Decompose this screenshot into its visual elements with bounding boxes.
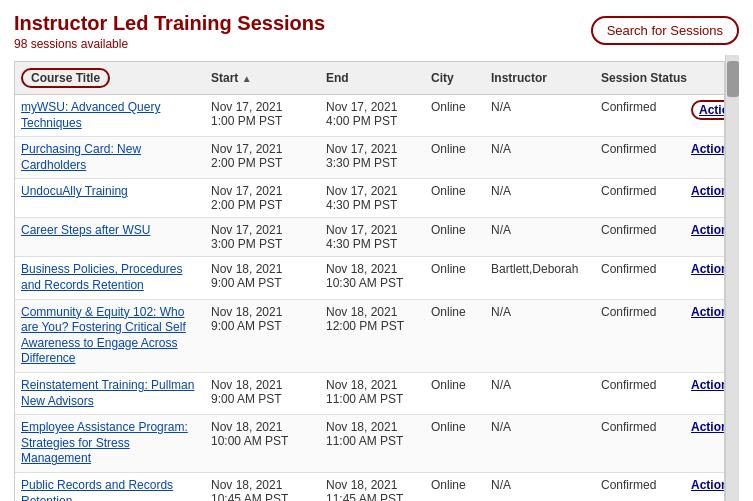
cell-start: Nov 18, 20219:00 AM PST bbox=[205, 372, 320, 414]
cell-start: Nov 18, 202110:45 AM PST bbox=[205, 472, 320, 501]
cell-actions: Actions bbox=[685, 218, 725, 257]
cell-start: Nov 18, 20219:00 AM PST bbox=[205, 299, 320, 372]
title-section: Instructor Led Training Sessions 98 sess… bbox=[14, 12, 325, 51]
course-title-link[interactable]: Employee Assistance Program: Strategies … bbox=[21, 420, 188, 465]
course-title-link[interactable]: Reinstatement Training: Pullman New Advi… bbox=[21, 378, 194, 408]
cell-status: Confirmed bbox=[595, 372, 685, 414]
course-title-link[interactable]: Career Steps after WSU bbox=[21, 223, 150, 237]
actions-link[interactable]: Actions bbox=[691, 184, 725, 198]
col-header-course-title: Course Title bbox=[15, 62, 205, 95]
cell-actions: Actions bbox=[685, 472, 725, 501]
actions-link[interactable]: Actions bbox=[691, 142, 725, 156]
cell-status: Confirmed bbox=[595, 257, 685, 299]
course-title-link[interactable]: UndocuAlly Training bbox=[21, 184, 128, 198]
cell-start: Nov 18, 202110:00 AM PST bbox=[205, 415, 320, 473]
sessions-available: 98 sessions available bbox=[14, 37, 325, 51]
cell-instructor: N/A bbox=[485, 415, 595, 473]
table-row: Purchasing Card: New CardholdersNov 17, … bbox=[15, 137, 725, 179]
course-title-link[interactable]: Community & Equity 102: Who are You? Fos… bbox=[21, 305, 186, 366]
cell-instructor: Bartlett,Deborah bbox=[485, 257, 595, 299]
cell-start: Nov 17, 20212:00 PM PST bbox=[205, 137, 320, 179]
table-row: myWSU: Advanced Query TechniquesNov 17, … bbox=[15, 95, 725, 137]
cell-city: Online bbox=[425, 218, 485, 257]
col-header-start[interactable]: Start ▲ bbox=[205, 62, 320, 95]
sort-arrow-start: ▲ bbox=[242, 73, 252, 84]
cell-start: Nov 17, 20212:00 PM PST bbox=[205, 179, 320, 218]
table-scroll-area: Course Title Start ▲ End City Instructor… bbox=[14, 55, 725, 501]
col-header-instructor: Instructor bbox=[485, 62, 595, 95]
cell-start: Nov 18, 20219:00 AM PST bbox=[205, 257, 320, 299]
course-title-link[interactable]: Purchasing Card: New Cardholders bbox=[21, 142, 141, 172]
cell-course-title: Purchasing Card: New Cardholders bbox=[15, 137, 205, 179]
cell-end: Nov 18, 202110:30 AM PST bbox=[320, 257, 425, 299]
actions-link[interactable]: Actions bbox=[691, 305, 725, 319]
cell-city: Online bbox=[425, 137, 485, 179]
cell-city: Online bbox=[425, 372, 485, 414]
cell-city: Online bbox=[425, 257, 485, 299]
table-header: Course Title Start ▲ End City Instructor… bbox=[15, 62, 725, 95]
table-section: Course Title Start ▲ End City Instructor… bbox=[14, 55, 739, 501]
cell-status: Confirmed bbox=[595, 472, 685, 501]
table-wrapper: Course Title Start ▲ End City Instructor… bbox=[14, 61, 725, 501]
scrollbar-thumb bbox=[727, 61, 739, 97]
cell-end: Nov 17, 20214:30 PM PST bbox=[320, 179, 425, 218]
cell-instructor: N/A bbox=[485, 299, 595, 372]
actions-link[interactable]: Actions bbox=[691, 100, 725, 120]
sessions-table: Course Title Start ▲ End City Instructor… bbox=[15, 62, 725, 501]
cell-end: Nov 18, 202111:00 AM PST bbox=[320, 372, 425, 414]
scrollbar[interactable] bbox=[725, 55, 739, 501]
cell-course-title: Career Steps after WSU bbox=[15, 218, 205, 257]
cell-course-title: Employee Assistance Program: Strategies … bbox=[15, 415, 205, 473]
col-header-city: City bbox=[425, 62, 485, 95]
cell-course-title: myWSU: Advanced Query Techniques bbox=[15, 95, 205, 137]
cell-actions: Actions bbox=[685, 95, 725, 137]
cell-actions: Actions bbox=[685, 372, 725, 414]
cell-course-title: UndocuAlly Training bbox=[15, 179, 205, 218]
cell-actions: Actions bbox=[685, 179, 725, 218]
cell-status: Confirmed bbox=[595, 415, 685, 473]
cell-end: Nov 18, 202111:45 AM PST bbox=[320, 472, 425, 501]
cell-city: Online bbox=[425, 415, 485, 473]
cell-status: Confirmed bbox=[595, 218, 685, 257]
col-header-actions bbox=[685, 62, 725, 95]
actions-link[interactable]: Actions bbox=[691, 378, 725, 392]
actions-link[interactable]: Actions bbox=[691, 420, 725, 434]
table-row: Employee Assistance Program: Strategies … bbox=[15, 415, 725, 473]
actions-link[interactable]: Actions bbox=[691, 262, 725, 276]
course-title-link[interactable]: Business Policies, Procedures and Record… bbox=[21, 262, 182, 292]
cell-end: Nov 17, 20214:30 PM PST bbox=[320, 218, 425, 257]
cell-actions: Actions bbox=[685, 257, 725, 299]
cell-end: Nov 17, 20213:30 PM PST bbox=[320, 137, 425, 179]
table-row: Reinstatement Training: Pullman New Advi… bbox=[15, 372, 725, 414]
col-header-end: End bbox=[320, 62, 425, 95]
cell-course-title: Business Policies, Procedures and Record… bbox=[15, 257, 205, 299]
cell-actions: Actions bbox=[685, 415, 725, 473]
page-container: Instructor Led Training Sessions 98 sess… bbox=[0, 0, 753, 501]
cell-city: Online bbox=[425, 95, 485, 137]
course-title-link[interactable]: myWSU: Advanced Query Techniques bbox=[21, 100, 160, 130]
course-title-link[interactable]: Public Records and Records Retention bbox=[21, 478, 173, 501]
cell-instructor: N/A bbox=[485, 472, 595, 501]
cell-end: Nov 18, 202111:00 AM PST bbox=[320, 415, 425, 473]
cell-course-title: Community & Equity 102: Who are You? Fos… bbox=[15, 299, 205, 372]
cell-actions: Actions bbox=[685, 299, 725, 372]
cell-end: Nov 17, 20214:00 PM PST bbox=[320, 95, 425, 137]
cell-status: Confirmed bbox=[595, 95, 685, 137]
cell-status: Confirmed bbox=[595, 137, 685, 179]
course-title-header-label: Course Title bbox=[21, 68, 110, 88]
cell-course-title: Reinstatement Training: Pullman New Advi… bbox=[15, 372, 205, 414]
cell-start: Nov 17, 20211:00 PM PST bbox=[205, 95, 320, 137]
table-row: UndocuAlly TrainingNov 17, 20212:00 PM P… bbox=[15, 179, 725, 218]
actions-link[interactable]: Actions bbox=[691, 223, 725, 237]
actions-link[interactable]: Actions bbox=[691, 478, 725, 492]
cell-instructor: N/A bbox=[485, 218, 595, 257]
cell-status: Confirmed bbox=[595, 299, 685, 372]
header-row: Instructor Led Training Sessions 98 sess… bbox=[14, 12, 739, 51]
table-row: Public Records and Records RetentionNov … bbox=[15, 472, 725, 501]
table-row: Community & Equity 102: Who are You? Fos… bbox=[15, 299, 725, 372]
search-for-sessions-button[interactable]: Search for Sessions bbox=[591, 16, 739, 45]
cell-actions: Actions bbox=[685, 137, 725, 179]
page-title: Instructor Led Training Sessions bbox=[14, 12, 325, 35]
col-header-status: Session Status bbox=[595, 62, 685, 95]
cell-instructor: N/A bbox=[485, 95, 595, 137]
